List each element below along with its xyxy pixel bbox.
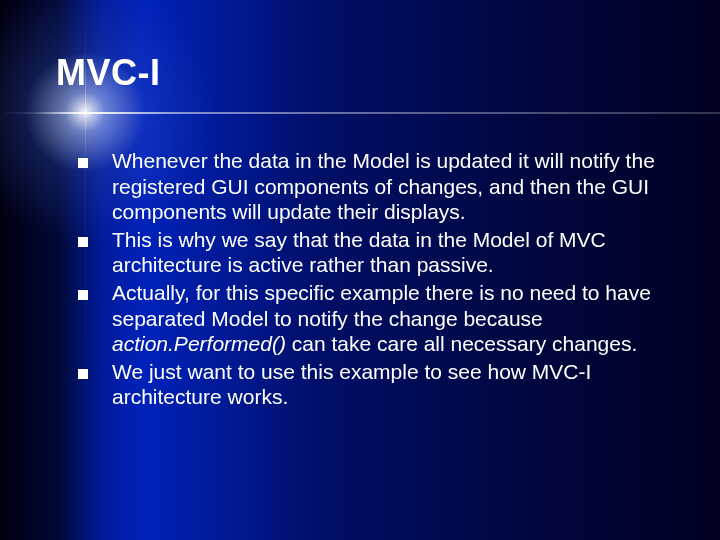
bullet-text: Whenever the data in the Model is update…: [112, 148, 680, 225]
list-item: Whenever the data in the Model is update…: [78, 148, 680, 225]
slide: MVC-I Whenever the data in the Model is …: [0, 0, 720, 540]
bullet-text-em: action.Performed(): [112, 332, 286, 355]
list-item: Actually, for this specific example ther…: [78, 280, 680, 357]
slide-body: Whenever the data in the Model is update…: [78, 148, 680, 412]
bullet-icon: [78, 369, 88, 379]
bullet-text-post: can take care all necessary changes.: [286, 332, 637, 355]
list-item: We just want to use this example to see …: [78, 359, 680, 410]
bullet-text-pre: Actually, for this specific example ther…: [112, 281, 651, 330]
bullet-text: Actually, for this specific example ther…: [112, 280, 680, 357]
slide-title: MVC-I: [56, 52, 161, 94]
bullet-text: This is why we say that the data in the …: [112, 227, 680, 278]
bullet-icon: [78, 290, 88, 300]
bullet-icon: [78, 158, 88, 168]
bullet-text: We just want to use this example to see …: [112, 359, 680, 410]
title-underline: [0, 112, 720, 114]
list-item: This is why we say that the data in the …: [78, 227, 680, 278]
bullet-icon: [78, 237, 88, 247]
